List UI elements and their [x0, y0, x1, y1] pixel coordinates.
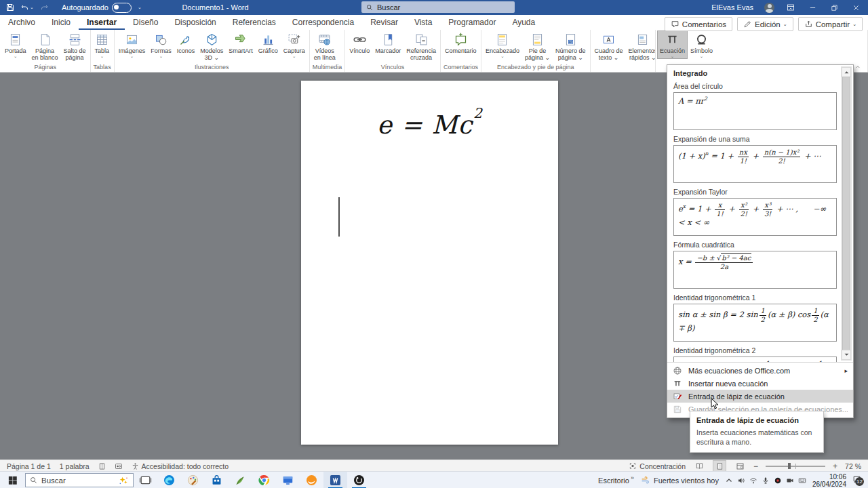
taskbar-app-word[interactable] — [323, 472, 347, 488]
page-indicator[interactable]: Página 1 de 1 — [7, 462, 51, 470]
ribbon-button-encabezado[interactable]: Encabezado⌄ — [483, 30, 522, 59]
zoom-in-button[interactable]: + — [833, 462, 837, 471]
tray-cam-icon[interactable] — [786, 476, 794, 485]
ribbon-button-referencia-cruzada[interactable]: Referenciacruzada — [403, 30, 439, 62]
ribbon-button-ecuaci-n[interactable]: Ecuación⌄ — [657, 30, 688, 59]
equation-gallery-item[interactable]: A = πr2 — [673, 92, 837, 130]
autosave-toggle[interactable] — [112, 3, 132, 13]
accessibility-status[interactable]: Accesibilidad: todo correcto — [132, 462, 229, 470]
ribbon-button-captura[interactable]: Captura⌄ — [281, 30, 308, 59]
ribbon-button-iconos[interactable]: Iconos — [174, 30, 198, 55]
tray-reddot-icon[interactable] — [774, 476, 782, 485]
ribbon-button-gr-fico[interactable]: Gráfico — [256, 30, 281, 55]
taskbar-app-store[interactable] — [205, 472, 229, 488]
macro-record-icon[interactable] — [115, 462, 123, 470]
taskbar-app-obs[interactable] — [347, 472, 371, 488]
menu-item-entrada-de-l-piz-de-ecuaci-n[interactable]: Entrada de lápiz de ecuación — [667, 390, 853, 403]
ribbon-button-smartart[interactable]: SmartArt — [226, 30, 256, 55]
zoom-slider-thumb[interactable] — [788, 463, 791, 469]
collapse-ribbon-icon[interactable] — [854, 64, 861, 70]
ribbon-button-tabla[interactable]: Tabla⌄ — [92, 30, 113, 59]
avatar[interactable] — [764, 3, 774, 13]
ribbon-display-options-icon[interactable] — [785, 2, 796, 13]
toolbar-overflow-icon[interactable]: » — [631, 474, 634, 481]
undo-button[interactable]: ⌄ — [20, 3, 34, 12]
weather-widget[interactable]: Fuertes vientos hoy — [640, 476, 719, 485]
undo-chevron-icon[interactable]: ⌄ — [30, 5, 34, 10]
ribbon-button-comentario[interactable]: Comentario — [442, 30, 479, 55]
notification-center-button[interactable]: 12 — [852, 475, 864, 486]
ribbon-button-pie-de-p-gina[interactable]: Pie depágina ⌄ — [522, 30, 553, 62]
taskbar-app-taskview[interactable] — [134, 472, 157, 488]
tray-kbd-icon[interactable] — [798, 476, 806, 485]
tab-archivo[interactable]: Archivo — [0, 16, 43, 30]
qat-customize-chevron-icon[interactable]: ⌄ — [138, 5, 142, 10]
tab-insertar[interactable]: Insertar — [79, 16, 125, 30]
search-box[interactable]: Buscar — [361, 1, 515, 13]
taskbar-search-box[interactable]: Buscar — [25, 473, 134, 487]
close-button[interactable] — [850, 2, 861, 13]
ribbon-button-v-nculo[interactable]: Vínculo — [347, 30, 372, 55]
taskbar-app-paint[interactable] — [181, 472, 205, 488]
edición-button[interactable]: Edición⌄ — [737, 17, 793, 31]
ribbon-button-cuadro-de-texto[interactable]: Cuadro detexto ⌄ — [592, 30, 626, 62]
ribbon-button-v-deos-en-l-nea[interactable]: Vídeosen línea — [311, 30, 338, 62]
tab-disposición[interactable]: Disposición — [166, 16, 224, 30]
ribbon-button-p-gina-en-blanco[interactable]: Páginaen blanco — [29, 30, 61, 62]
tab-diseño[interactable]: Diseño — [125, 16, 166, 30]
web-layout-view-button[interactable] — [734, 461, 746, 471]
copilot-sparkle-icon[interactable] — [118, 476, 129, 485]
tab-vista[interactable]: Vista — [406, 16, 440, 30]
tab-referencias[interactable]: Referencias — [224, 16, 284, 30]
ribbon-button-formas[interactable]: Formas⌄ — [148, 30, 174, 59]
read-mode-view-button[interactable] — [693, 461, 705, 471]
taskbar-app-orange[interactable] — [300, 472, 323, 488]
ribbon-button-portada[interactable]: Portada⌄ — [2, 30, 29, 59]
document-page[interactable]: e = Mc2 — [301, 81, 558, 445]
scroll-down-icon[interactable] — [842, 350, 851, 360]
comentarios-button[interactable]: Comentarios — [665, 17, 732, 31]
tray-speaker-icon[interactable] — [737, 476, 745, 485]
user-name[interactable]: ElEvas Evas — [711, 3, 753, 12]
save-icon[interactable] — [6, 3, 14, 12]
tray-mic-icon[interactable] — [762, 476, 770, 485]
restore-button[interactable] — [829, 2, 840, 13]
ribbon-button-s-mbolo[interactable]: Símbolo⌄ — [688, 30, 715, 59]
print-layout-view-button[interactable] — [713, 460, 726, 472]
taskbar-app-rdp[interactable] — [276, 472, 300, 488]
equation-gallery-item[interactable]: cos α + cos β = 2 cos12(α + β) cos12(α −… — [673, 357, 837, 362]
start-button[interactable] — [0, 472, 24, 488]
zoom-level[interactable]: 72 % — [845, 462, 861, 470]
menu-item-m-s-ecuaciones-de-office-com[interactable]: Más ecuaciones de Office.com▸ — [667, 364, 853, 377]
scroll-up-icon[interactable] — [842, 67, 851, 77]
equation-gallery-item[interactable]: ex = 1 + x1! + x²2! + x³3! + ⋯ ,−∞ < x <… — [673, 198, 837, 236]
focus-mode-button[interactable]: Concentración — [629, 462, 686, 470]
taskbar-app-chrome[interactable] — [252, 472, 276, 488]
proofing-icon[interactable] — [98, 462, 106, 470]
ribbon-button-marcador[interactable]: Marcador — [372, 30, 403, 55]
ribbon-button-modelos-3d[interactable]: Modelos3D ⌄ — [197, 30, 226, 62]
ribbon-button-im-genes[interactable]: Imágenes⌄ — [116, 30, 149, 59]
zoom-out-button[interactable]: − — [753, 462, 758, 471]
tab-revisar[interactable]: Revisar — [362, 16, 406, 30]
tray-chevup-icon[interactable] — [725, 476, 733, 485]
desktop-toolbar[interactable]: Escritorio » — [598, 476, 634, 485]
taskbar-clock[interactable]: 10:06 26/04/2024 — [812, 473, 846, 488]
menu-item-insertar-nueva-ecuaci-n[interactable]: Insertar nueva ecuación — [667, 377, 853, 390]
word-count[interactable]: 1 palabra — [60, 462, 90, 470]
taskbar-app-edge[interactable] — [157, 472, 181, 488]
tray-net-icon[interactable] — [749, 476, 757, 485]
autosave-control[interactable]: Autoguardado — [62, 3, 132, 13]
equation-gallery-item[interactable]: sin α ± sin β = 2 sin12(α ± β) cos12(α ∓… — [673, 304, 837, 342]
tab-correspondencia[interactable]: Correspondencia — [284, 16, 362, 30]
tab-ayuda[interactable]: Ayuda — [504, 16, 543, 30]
equation-gallery-item[interactable]: x = −b ± √b² − 4ac2a — [673, 251, 837, 289]
equation-gallery-item[interactable]: (1 + x)n = 1 + nx1! + n(n − 1)x²2! + ⋯ — [673, 145, 837, 183]
gallery-scrollbar[interactable] — [841, 66, 852, 361]
tab-inicio[interactable]: Inicio — [43, 16, 79, 30]
scrollbar-thumb[interactable] — [842, 77, 850, 350]
compartir-button[interactable]: Compartir⌄ — [798, 17, 863, 31]
tab-programador[interactable]: Programador — [440, 16, 504, 30]
ribbon-button-salto-de-p-gina[interactable]: Salto depágina — [61, 30, 89, 62]
document-equation[interactable]: e = Mc2 — [301, 110, 558, 140]
